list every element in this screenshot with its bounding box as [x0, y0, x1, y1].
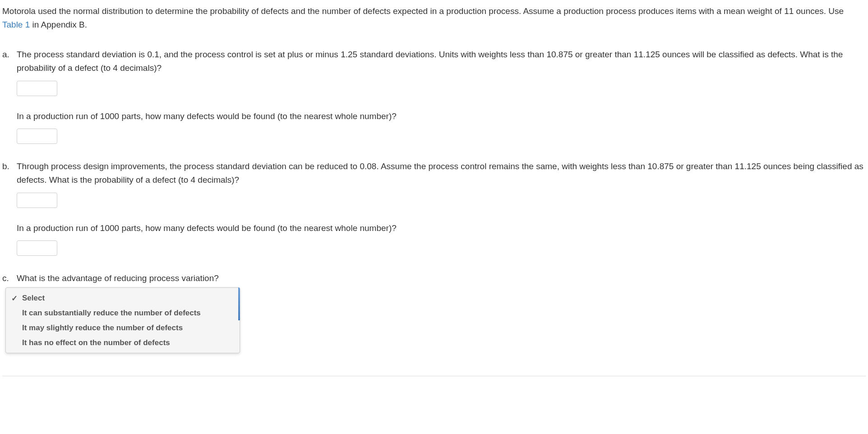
question-b-text2: In a production run of 1000 parts, how m…	[17, 222, 866, 235]
question-c-dropdown[interactable]: ✓ Select It can substantially reduce the…	[5, 287, 240, 354]
question-b: b. Through process design improvements, …	[2, 160, 866, 256]
dropdown-option-label: It may slightly reduce the number of def…	[22, 323, 183, 332]
question-b-input1[interactable]	[17, 193, 57, 208]
dropdown-option-select[interactable]: ✓ Select	[6, 291, 240, 305]
question-b-text1: Through process design improvements, the…	[17, 160, 866, 187]
question-c: c. What is the advantage of reducing pro…	[2, 272, 866, 353]
question-c-text: What is the advantage of reducing proces…	[17, 272, 866, 285]
question-c-marker: c.	[2, 272, 9, 285]
question-b-marker: b.	[2, 160, 9, 173]
dropdown-option-slightly[interactable]: It may slightly reduce the number of def…	[6, 320, 240, 335]
check-icon: ✓	[11, 292, 18, 305]
dropdown-option-no-effect[interactable]: It has no effect on the number of defect…	[6, 335, 240, 350]
dropdown-option-label: Select	[22, 294, 45, 302]
question-a-input1[interactable]	[17, 81, 57, 96]
question-a-marker: a.	[2, 48, 9, 61]
intro-text-before: Motorola used the normal distribution to…	[2, 6, 844, 16]
question-a-text2: In a production run of 1000 parts, how m…	[17, 110, 866, 123]
dropdown-option-label: It can substantially reduce the number o…	[22, 309, 201, 317]
dropdown-option-substantially[interactable]: It can substantially reduce the number o…	[6, 305, 240, 320]
intro-text-after: in Appendix B.	[30, 20, 87, 29]
question-a: a. The process standard deviation is 0.1…	[2, 48, 866, 144]
question-a-text1: The process standard deviation is 0.1, a…	[17, 48, 866, 75]
intro-paragraph: Motorola used the normal distribution to…	[2, 5, 866, 32]
question-b-input2[interactable]	[17, 240, 57, 256]
table-link[interactable]: Table 1	[2, 20, 30, 29]
question-a-input2[interactable]	[17, 129, 57, 144]
bottom-divider	[2, 376, 866, 376]
dropdown-option-label: It has no effect on the number of defect…	[22, 338, 170, 347]
